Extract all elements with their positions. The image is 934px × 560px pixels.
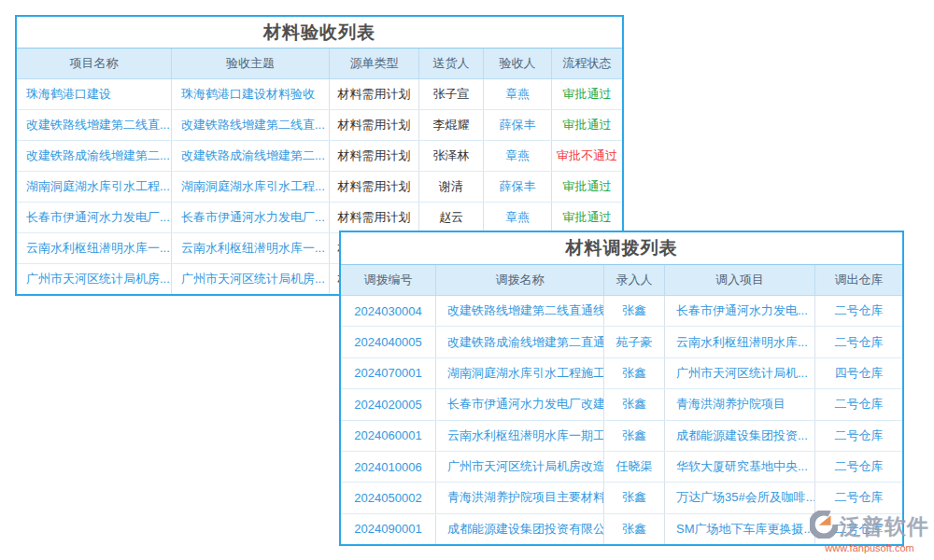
link-cell[interactable]: 改建铁路成渝线增建第二...: [172, 141, 330, 171]
link-cell[interactable]: 二号仓库: [815, 514, 902, 544]
link-cell[interactable]: 章燕: [484, 79, 552, 109]
link-cell[interactable]: 成都能源建设集团投资有限公...: [436, 514, 604, 544]
link-cell[interactable]: 云南水利枢纽潜明水库一...: [17, 233, 172, 263]
material-transfer-panel: 材料调拨列表 调拨编号调拨名称录入人调入项目调出仓库 2024030004改建铁…: [339, 231, 904, 546]
link-cell[interactable]: 云南水利枢纽潜明水库一...: [172, 233, 330, 263]
link-cell[interactable]: 苑子豪: [604, 327, 665, 357]
link-cell[interactable]: 长春市伊通河水力发电...: [665, 296, 815, 326]
link-cell[interactable]: 章燕: [484, 203, 552, 232]
link-cell[interactable]: 改建铁路线增建第二线直...: [172, 110, 330, 140]
link-cell[interactable]: 长春市伊通河水力发电厂...: [17, 203, 172, 232]
table-row: 2024010006广州市天河区统计局机房改造...任晓渠华软大厦研究基地中央.…: [341, 452, 902, 483]
column-header: 录入人: [604, 265, 665, 295]
column-header: 送货人: [419, 49, 484, 78]
status-cell: 审批通过: [552, 172, 622, 202]
link-cell[interactable]: 湖南洞庭湖水库引水工程...: [172, 172, 330, 202]
table-row: 2024090001成都能源建设集团投资有限公...张鑫SM广场地下车库更换摄.…: [341, 514, 902, 544]
link-cell[interactable]: 张鑫: [604, 358, 665, 388]
status-cell: 审批不通过: [552, 141, 622, 171]
column-header: 项目名称: [17, 49, 172, 78]
link-cell[interactable]: 薛保丰: [484, 172, 552, 202]
link-cell[interactable]: 2024010006: [341, 452, 436, 482]
link-cell[interactable]: 2024040005: [341, 327, 436, 357]
link-cell[interactable]: 长春市伊通河水力发电厂改建...: [436, 389, 604, 419]
link-cell[interactable]: 华软大厦研究基地中央...: [665, 452, 815, 482]
link-cell[interactable]: 广州市天河区统计局机...: [665, 358, 815, 388]
link-cell[interactable]: 长春市伊通河水力发电厂...: [172, 203, 330, 232]
table-row: 长春市伊通河水力发电厂...长春市伊通河水力发电厂...材料需用计划赵云章燕审批…: [17, 203, 622, 233]
table-row: 2024040005改建铁路成渝线增建第二直通...苑子豪云南水利枢纽潜明水库.…: [341, 327, 902, 357]
link-cell[interactable]: 成都能源建设集团投资...: [665, 421, 815, 451]
link-cell[interactable]: 云南水利枢纽潜明水库...: [665, 327, 815, 357]
transfer-body: 2024030004改建铁路线增建第二线直通线...张鑫长春市伊通河水力发电..…: [341, 296, 902, 544]
table-row: 珠海鹤港口建设珠海鹤港口建设材料验收材料需用计划张子宣章燕审批通过: [17, 79, 622, 110]
link-cell[interactable]: 广州市天河区统计局机房改造...: [436, 452, 604, 482]
link-cell[interactable]: 章燕: [484, 141, 552, 171]
material-acceptance-title: 材料验收列表: [17, 17, 622, 49]
table-row: 湖南洞庭湖水库引水工程...湖南洞庭湖水库引水工程...材料需用计划谢清薛保丰审…: [17, 172, 622, 203]
link-cell[interactable]: 珠海鹤港口建设材料验收: [172, 79, 330, 109]
cell: 赵云: [419, 203, 484, 232]
column-header: 调出仓库: [815, 265, 902, 295]
cell: 材料需用计划: [330, 172, 419, 202]
link-cell[interactable]: 改建铁路成渝线增建第二直通...: [436, 327, 604, 357]
link-cell[interactable]: 万达广场35#会所及咖啡...: [665, 483, 815, 512]
cell: 张子宣: [419, 79, 484, 109]
link-cell[interactable]: 珠海鹤港口建设: [17, 79, 172, 109]
link-cell[interactable]: 湖南洞庭湖水库引水工程...: [17, 172, 172, 202]
link-cell[interactable]: 改建铁路线增建第二线直通线...: [436, 296, 604, 326]
link-cell[interactable]: 张鑫: [604, 483, 665, 512]
column-header: 源单类型: [330, 49, 419, 78]
cell: 材料需用计划: [330, 203, 419, 232]
link-cell[interactable]: 青海洪湖养护院项目主要材料...: [436, 483, 604, 512]
link-cell[interactable]: 二号仓库: [815, 296, 902, 326]
link-cell[interactable]: 二号仓库: [815, 452, 902, 482]
link-cell[interactable]: 薛保丰: [484, 110, 552, 140]
link-cell[interactable]: 2024070001: [341, 358, 436, 388]
table-row: 2024030004改建铁路线增建第二线直通线...张鑫长春市伊通河水力发电..…: [341, 296, 902, 327]
link-cell[interactable]: 2024020005: [341, 389, 436, 419]
cell: 材料需用计划: [330, 141, 419, 171]
link-cell[interactable]: 张鑫: [604, 421, 665, 451]
transfer-header-row: 调拨编号调拨名称录入人调入项目调出仓库: [341, 265, 902, 296]
table-row: 2024060001云南水利枢纽潜明水库一期工...张鑫成都能源建设集团投资..…: [341, 421, 902, 452]
column-header: 验收人: [484, 49, 552, 78]
link-cell[interactable]: 2024090001: [341, 514, 436, 544]
table-row: 改建铁路成渝线增建第二...改建铁路成渝线增建第二...材料需用计划张泽林章燕审…: [17, 141, 622, 172]
cell: 李焜耀: [419, 110, 484, 140]
column-header: 调拨名称: [436, 265, 604, 295]
link-cell[interactable]: 云南水利枢纽潜明水库一期工...: [436, 421, 604, 451]
link-cell[interactable]: 张鑫: [604, 514, 665, 544]
status-cell: 审批通过: [552, 203, 622, 232]
link-cell[interactable]: 二号仓库: [815, 327, 902, 357]
link-cell[interactable]: 任晓渠: [604, 452, 665, 482]
link-cell[interactable]: 湖南洞庭湖水库引水工程施工...: [436, 358, 604, 388]
link-cell[interactable]: 2024030004: [341, 296, 436, 326]
link-cell[interactable]: 张鑫: [604, 389, 665, 419]
column-header: 调拨编号: [341, 265, 436, 295]
screen: 材料验收列表 项目名称验收主题源单类型送货人验收人流程状态 珠海鹤港口建设珠海鹤…: [0, 0, 934, 560]
table-row: 2024070001湖南洞庭湖水库引水工程施工...张鑫广州市天河区统计局机..…: [341, 358, 902, 389]
column-header: 流程状态: [552, 49, 622, 78]
link-cell[interactable]: 二号仓库: [815, 389, 902, 419]
link-cell[interactable]: SM广场地下车库更换摄...: [665, 514, 815, 544]
cell: 材料需用计划: [330, 79, 419, 109]
link-cell[interactable]: 二号仓库: [815, 421, 902, 451]
link-cell[interactable]: 2024060001: [341, 421, 436, 451]
table-row: 改建铁路线增建第二线直...改建铁路线增建第二线直...材料需用计划李焜耀薛保丰…: [17, 110, 622, 141]
link-cell[interactable]: 广州市天河区统计局机房...: [17, 264, 172, 294]
link-cell[interactable]: 改建铁路成渝线增建第二...: [17, 141, 172, 171]
status-cell: 审批通过: [552, 110, 622, 140]
acceptance-header-row: 项目名称验收主题源单类型送货人验收人流程状态: [17, 49, 622, 79]
cell: 张泽林: [419, 141, 484, 171]
link-cell[interactable]: 青海洪湖养护院项目: [665, 389, 815, 419]
link-cell[interactable]: 四号仓库: [815, 358, 902, 388]
link-cell[interactable]: 2024050002: [341, 483, 436, 512]
table-row: 2024050002青海洪湖养护院项目主要材料...张鑫万达广场35#会所及咖啡…: [341, 483, 902, 513]
link-cell[interactable]: 改建铁路线增建第二线直...: [17, 110, 172, 140]
column-header: 调入项目: [665, 265, 815, 295]
link-cell[interactable]: 广州市天河区统计局机房...: [172, 264, 330, 294]
column-header: 验收主题: [172, 49, 330, 78]
link-cell[interactable]: 二号仓库: [815, 483, 902, 512]
link-cell[interactable]: 张鑫: [604, 296, 665, 326]
